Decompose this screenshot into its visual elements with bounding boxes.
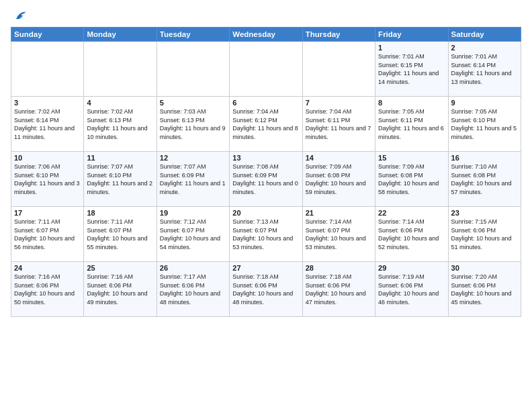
weekday-header: Sunday bbox=[11, 28, 84, 42]
calendar-day-cell bbox=[302, 42, 375, 97]
calendar-week-row: 3Sunrise: 7:02 AM Sunset: 6:14 PM Daylig… bbox=[11, 97, 521, 152]
day-info: Sunrise: 7:01 AM Sunset: 6:15 PM Dayligh… bbox=[378, 52, 445, 86]
calendar-day-cell bbox=[230, 42, 302, 97]
calendar-day-cell: 28Sunrise: 7:18 AM Sunset: 6:06 PM Dayli… bbox=[302, 262, 375, 317]
day-number: 29 bbox=[378, 264, 445, 272]
day-number: 15 bbox=[378, 154, 445, 162]
calendar-day-cell: 16Sunrise: 7:10 AM Sunset: 6:08 PM Dayli… bbox=[448, 152, 521, 207]
day-number: 11 bbox=[87, 154, 153, 162]
day-number: 4 bbox=[87, 99, 153, 107]
day-number: 22 bbox=[378, 209, 445, 217]
day-number: 9 bbox=[451, 99, 518, 107]
calendar-day-cell: 26Sunrise: 7:17 AM Sunset: 6:06 PM Dayli… bbox=[157, 262, 229, 317]
calendar-day-cell bbox=[11, 42, 84, 97]
calendar-week-row: 10Sunrise: 7:06 AM Sunset: 6:10 PM Dayli… bbox=[11, 152, 521, 207]
page-header bbox=[11, 8, 521, 20]
day-info: Sunrise: 7:20 AM Sunset: 6:06 PM Dayligh… bbox=[451, 273, 518, 306]
day-info: Sunrise: 7:12 AM Sunset: 6:07 PM Dayligh… bbox=[160, 218, 226, 251]
calendar-week-row: 17Sunrise: 7:11 AM Sunset: 6:07 PM Dayli… bbox=[11, 207, 521, 262]
calendar-table: SundayMondayTuesdayWednesdayThursdayFrid… bbox=[11, 27, 521, 317]
day-number: 23 bbox=[451, 209, 518, 217]
day-info: Sunrise: 7:16 AM Sunset: 6:06 PM Dayligh… bbox=[14, 273, 81, 306]
calendar-day-cell: 13Sunrise: 7:08 AM Sunset: 6:09 PM Dayli… bbox=[230, 152, 302, 207]
calendar-day-cell: 17Sunrise: 7:11 AM Sunset: 6:07 PM Dayli… bbox=[11, 207, 84, 262]
calendar-day-cell: 8Sunrise: 7:05 AM Sunset: 6:11 PM Daylig… bbox=[375, 97, 448, 152]
day-number: 1 bbox=[378, 44, 445, 52]
day-info: Sunrise: 7:05 AM Sunset: 6:10 PM Dayligh… bbox=[451, 107, 518, 141]
day-info: Sunrise: 7:10 AM Sunset: 6:08 PM Dayligh… bbox=[451, 163, 518, 196]
weekday-header-row: SundayMondayTuesdayWednesdayThursdayFrid… bbox=[11, 28, 521, 42]
calendar-day-cell bbox=[157, 42, 229, 97]
day-number: 7 bbox=[306, 99, 372, 107]
calendar-day-cell: 9Sunrise: 7:05 AM Sunset: 6:10 PM Daylig… bbox=[448, 97, 521, 152]
day-info: Sunrise: 7:04 AM Sunset: 6:11 PM Dayligh… bbox=[306, 107, 372, 141]
calendar-day-cell: 23Sunrise: 7:15 AM Sunset: 6:06 PM Dayli… bbox=[448, 207, 521, 262]
day-number: 20 bbox=[232, 209, 299, 217]
page-container: SundayMondayTuesdayWednesdayThursdayFrid… bbox=[0, 0, 532, 411]
day-number: 28 bbox=[306, 264, 372, 272]
day-info: Sunrise: 7:07 AM Sunset: 6:09 PM Dayligh… bbox=[160, 163, 226, 196]
calendar-day-cell: 2Sunrise: 7:01 AM Sunset: 6:14 PM Daylig… bbox=[448, 42, 521, 97]
calendar-day-cell: 21Sunrise: 7:14 AM Sunset: 6:07 PM Dayli… bbox=[302, 207, 375, 262]
day-number: 24 bbox=[14, 264, 81, 272]
day-info: Sunrise: 7:04 AM Sunset: 6:12 PM Dayligh… bbox=[232, 107, 299, 141]
calendar-day-cell: 24Sunrise: 7:16 AM Sunset: 6:06 PM Dayli… bbox=[11, 262, 84, 317]
day-number: 12 bbox=[160, 154, 226, 162]
calendar-week-row: 1Sunrise: 7:01 AM Sunset: 6:15 PM Daylig… bbox=[11, 42, 521, 97]
day-info: Sunrise: 7:09 AM Sunset: 6:08 PM Dayligh… bbox=[378, 163, 445, 196]
day-number: 6 bbox=[232, 99, 299, 107]
day-info: Sunrise: 7:15 AM Sunset: 6:06 PM Dayligh… bbox=[451, 218, 518, 251]
calendar-day-cell: 29Sunrise: 7:19 AM Sunset: 6:06 PM Dayli… bbox=[375, 262, 448, 317]
day-info: Sunrise: 7:17 AM Sunset: 6:06 PM Dayligh… bbox=[160, 273, 226, 306]
calendar-day-cell: 3Sunrise: 7:02 AM Sunset: 6:14 PM Daylig… bbox=[11, 97, 84, 152]
calendar-day-cell: 5Sunrise: 7:03 AM Sunset: 6:13 PM Daylig… bbox=[157, 97, 229, 152]
day-number: 27 bbox=[232, 264, 299, 272]
day-number: 21 bbox=[306, 209, 372, 217]
day-number: 13 bbox=[232, 154, 299, 162]
day-info: Sunrise: 7:11 AM Sunset: 6:07 PM Dayligh… bbox=[14, 218, 81, 251]
calendar-day-cell: 22Sunrise: 7:14 AM Sunset: 6:06 PM Dayli… bbox=[375, 207, 448, 262]
calendar-day-cell: 1Sunrise: 7:01 AM Sunset: 6:15 PM Daylig… bbox=[375, 42, 448, 97]
day-number: 2 bbox=[451, 44, 518, 52]
day-info: Sunrise: 7:18 AM Sunset: 6:06 PM Dayligh… bbox=[306, 273, 372, 306]
day-info: Sunrise: 7:05 AM Sunset: 6:11 PM Dayligh… bbox=[378, 107, 445, 141]
day-number: 3 bbox=[14, 99, 81, 107]
calendar-day-cell: 27Sunrise: 7:18 AM Sunset: 6:06 PM Dayli… bbox=[230, 262, 302, 317]
calendar-day-cell: 30Sunrise: 7:20 AM Sunset: 6:06 PM Dayli… bbox=[448, 262, 521, 317]
weekday-header: Monday bbox=[84, 28, 157, 42]
day-number: 14 bbox=[306, 154, 372, 162]
day-info: Sunrise: 7:19 AM Sunset: 6:06 PM Dayligh… bbox=[378, 273, 445, 306]
day-info: Sunrise: 7:14 AM Sunset: 6:07 PM Dayligh… bbox=[306, 218, 372, 251]
day-number: 30 bbox=[451, 264, 518, 272]
calendar-day-cell: 20Sunrise: 7:13 AM Sunset: 6:07 PM Dayli… bbox=[230, 207, 302, 262]
logo bbox=[11, 8, 27, 20]
weekday-header: Tuesday bbox=[157, 28, 229, 42]
day-number: 17 bbox=[14, 209, 81, 217]
day-info: Sunrise: 7:11 AM Sunset: 6:07 PM Dayligh… bbox=[87, 218, 153, 251]
day-number: 10 bbox=[14, 154, 81, 162]
day-info: Sunrise: 7:02 AM Sunset: 6:14 PM Dayligh… bbox=[14, 107, 81, 141]
day-number: 8 bbox=[378, 99, 445, 107]
calendar-day-cell: 14Sunrise: 7:09 AM Sunset: 6:08 PM Dayli… bbox=[302, 152, 375, 207]
day-info: Sunrise: 7:03 AM Sunset: 6:13 PM Dayligh… bbox=[160, 107, 226, 141]
calendar-day-cell: 10Sunrise: 7:06 AM Sunset: 6:10 PM Dayli… bbox=[11, 152, 84, 207]
day-number: 25 bbox=[87, 264, 153, 272]
day-info: Sunrise: 7:07 AM Sunset: 6:10 PM Dayligh… bbox=[87, 163, 153, 196]
calendar-day-cell: 4Sunrise: 7:02 AM Sunset: 6:13 PM Daylig… bbox=[84, 97, 157, 152]
calendar-day-cell bbox=[84, 42, 157, 97]
day-info: Sunrise: 7:08 AM Sunset: 6:09 PM Dayligh… bbox=[232, 163, 299, 196]
calendar-day-cell: 19Sunrise: 7:12 AM Sunset: 6:07 PM Dayli… bbox=[157, 207, 229, 262]
day-number: 18 bbox=[87, 209, 153, 217]
day-number: 16 bbox=[451, 154, 518, 162]
calendar-day-cell: 15Sunrise: 7:09 AM Sunset: 6:08 PM Dayli… bbox=[375, 152, 448, 207]
weekday-header: Friday bbox=[375, 28, 448, 42]
day-info: Sunrise: 7:13 AM Sunset: 6:07 PM Dayligh… bbox=[232, 218, 299, 251]
calendar-week-row: 24Sunrise: 7:16 AM Sunset: 6:06 PM Dayli… bbox=[11, 262, 521, 317]
day-info: Sunrise: 7:14 AM Sunset: 6:06 PM Dayligh… bbox=[378, 218, 445, 251]
weekday-header: Saturday bbox=[448, 28, 521, 42]
day-number: 5 bbox=[160, 99, 226, 107]
logo-bird-icon bbox=[12, 8, 27, 23]
calendar-day-cell: 12Sunrise: 7:07 AM Sunset: 6:09 PM Dayli… bbox=[157, 152, 229, 207]
calendar-day-cell: 18Sunrise: 7:11 AM Sunset: 6:07 PM Dayli… bbox=[84, 207, 157, 262]
day-number: 26 bbox=[160, 264, 226, 272]
